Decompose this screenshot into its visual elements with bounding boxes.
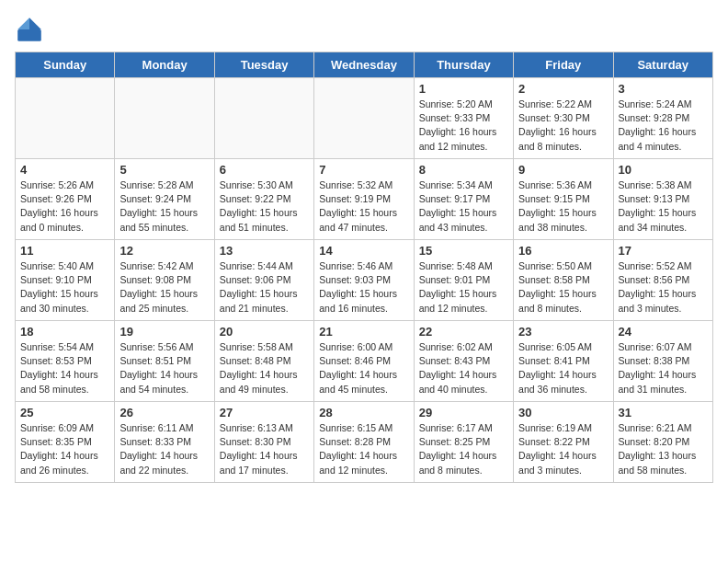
day-info: Sunrise: 5:46 AMSunset: 9:03 PMDaylight:…: [319, 259, 408, 316]
day-number: 29: [419, 406, 508, 419]
day-info: Sunrise: 6:17 AMSunset: 8:25 PMDaylight:…: [419, 421, 508, 477]
calendar-cell: 27Sunrise: 6:13 AMSunset: 8:30 PMDayligh…: [214, 402, 313, 483]
day-number: 20: [220, 325, 309, 339]
day-info: Sunrise: 5:36 AMSunset: 9:15 PMDaylight:…: [518, 178, 608, 235]
calendar-cell: 15Sunrise: 5:48 AMSunset: 9:01 PMDayligh…: [414, 240, 513, 321]
day-info: Sunrise: 5:22 AMSunset: 9:30 PMDaylight:…: [518, 98, 608, 154]
week-row-5: 25Sunrise: 6:09 AMSunset: 8:35 PMDayligh…: [16, 402, 713, 483]
day-info: Sunrise: 5:34 AMSunset: 9:17 PMDaylight:…: [419, 178, 508, 235]
logo: [15, 15, 48, 44]
calendar-cell: 26Sunrise: 6:11 AMSunset: 8:33 PMDayligh…: [115, 402, 214, 483]
day-info: Sunrise: 5:28 AMSunset: 9:24 PMDaylight:…: [119, 178, 209, 235]
day-info: Sunrise: 5:58 AMSunset: 8:48 PMDaylight:…: [220, 340, 309, 396]
day-info: Sunrise: 5:48 AMSunset: 9:01 PMDaylight:…: [419, 259, 508, 316]
day-number: 22: [419, 325, 508, 339]
day-number: 7: [319, 163, 408, 177]
calendar-cell: [16, 78, 115, 159]
calendar-cell: 28Sunrise: 6:15 AMSunset: 8:28 PMDayligh…: [314, 402, 414, 483]
day-number: 26: [119, 406, 209, 419]
day-number: 2: [518, 82, 608, 96]
calendar-cell: 7Sunrise: 5:32 AMSunset: 9:19 PMDaylight…: [314, 159, 414, 240]
calendar-cell: 30Sunrise: 6:19 AMSunset: 8:22 PMDayligh…: [514, 402, 613, 483]
day-number: 1: [419, 82, 508, 96]
day-number: 10: [619, 163, 708, 177]
day-number: 24: [619, 325, 708, 339]
calendar-cell: 16Sunrise: 5:50 AMSunset: 8:58 PMDayligh…: [514, 240, 613, 321]
calendar-cell: 2Sunrise: 5:22 AMSunset: 9:30 PMDaylight…: [514, 78, 613, 159]
day-number: 17: [619, 244, 708, 258]
calendar-cell: 10Sunrise: 5:38 AMSunset: 9:13 PMDayligh…: [613, 159, 712, 240]
col-header-thursday: Thursday: [414, 52, 513, 78]
calendar-cell: 21Sunrise: 6:00 AMSunset: 8:46 PMDayligh…: [314, 321, 414, 402]
col-header-sunday: Sunday: [16, 52, 115, 78]
day-info: Sunrise: 5:26 AMSunset: 9:26 PMDaylight:…: [20, 178, 109, 235]
calendar-cell: 29Sunrise: 6:17 AMSunset: 8:25 PMDayligh…: [414, 402, 513, 483]
day-number: 8: [419, 163, 508, 177]
day-info: Sunrise: 5:44 AMSunset: 9:06 PMDaylight:…: [220, 259, 309, 316]
week-row-2: 4Sunrise: 5:26 AMSunset: 9:26 PMDaylight…: [16, 159, 713, 240]
day-info: Sunrise: 6:00 AMSunset: 8:46 PMDaylight:…: [319, 340, 408, 396]
calendar-cell: 31Sunrise: 6:21 AMSunset: 8:20 PMDayligh…: [613, 402, 712, 483]
day-info: Sunrise: 6:07 AMSunset: 8:38 PMDaylight:…: [619, 340, 708, 396]
day-info: Sunrise: 6:02 AMSunset: 8:43 PMDaylight:…: [419, 340, 508, 396]
calendar-cell: 24Sunrise: 6:07 AMSunset: 8:38 PMDayligh…: [613, 321, 712, 402]
calendar-cell: 3Sunrise: 5:24 AMSunset: 9:28 PMDaylight…: [613, 78, 712, 159]
day-info: Sunrise: 5:20 AMSunset: 9:33 PMDaylight:…: [419, 98, 508, 154]
calendar-cell: 18Sunrise: 5:54 AMSunset: 8:53 PMDayligh…: [16, 321, 115, 402]
day-info: Sunrise: 5:32 AMSunset: 9:19 PMDaylight:…: [319, 178, 408, 235]
calendar-cell: [314, 78, 414, 159]
day-number: 5: [119, 163, 209, 177]
day-number: 23: [518, 325, 608, 339]
calendar-cell: 9Sunrise: 5:36 AMSunset: 9:15 PMDaylight…: [514, 159, 613, 240]
week-row-4: 18Sunrise: 5:54 AMSunset: 8:53 PMDayligh…: [16, 321, 713, 402]
day-number: 19: [119, 325, 209, 339]
svg-marker-1: [17, 17, 29, 29]
day-number: 16: [518, 244, 608, 258]
day-info: Sunrise: 6:19 AMSunset: 8:22 PMDaylight:…: [518, 421, 608, 477]
calendar-cell: 1Sunrise: 5:20 AMSunset: 9:33 PMDaylight…: [414, 78, 513, 159]
header: [15, 15, 713, 44]
day-info: Sunrise: 5:42 AMSunset: 9:08 PMDaylight:…: [119, 259, 209, 316]
day-info: Sunrise: 5:30 AMSunset: 9:22 PMDaylight:…: [220, 178, 309, 235]
calendar-cell: 20Sunrise: 5:58 AMSunset: 8:48 PMDayligh…: [214, 321, 313, 402]
calendar-cell: 23Sunrise: 6:05 AMSunset: 8:41 PMDayligh…: [514, 321, 613, 402]
day-number: 11: [20, 244, 109, 258]
day-info: Sunrise: 6:15 AMSunset: 8:28 PMDaylight:…: [319, 421, 408, 477]
calendar-cell: 5Sunrise: 5:28 AMSunset: 9:24 PMDaylight…: [115, 159, 214, 240]
day-info: Sunrise: 5:24 AMSunset: 9:28 PMDaylight:…: [619, 98, 708, 154]
calendar-cell: 14Sunrise: 5:46 AMSunset: 9:03 PMDayligh…: [314, 240, 414, 321]
calendar-body: 1Sunrise: 5:20 AMSunset: 9:33 PMDaylight…: [16, 78, 713, 483]
col-header-monday: Monday: [115, 52, 214, 78]
day-number: 31: [619, 406, 708, 419]
calendar-cell: [115, 78, 214, 159]
calendar-table: SundayMondayTuesdayWednesdayThursdayFrid…: [15, 52, 713, 483]
day-number: 15: [419, 244, 508, 258]
day-number: 30: [518, 406, 608, 419]
svg-marker-0: [29, 17, 41, 29]
day-number: 9: [518, 163, 608, 177]
day-info: Sunrise: 5:38 AMSunset: 9:13 PMDaylight:…: [619, 178, 708, 235]
day-info: Sunrise: 5:54 AMSunset: 8:53 PMDaylight:…: [20, 340, 109, 396]
day-number: 12: [119, 244, 209, 258]
day-info: Sunrise: 6:21 AMSunset: 8:20 PMDaylight:…: [619, 421, 708, 477]
day-info: Sunrise: 5:56 AMSunset: 8:51 PMDaylight:…: [119, 340, 209, 396]
calendar-cell: [214, 78, 313, 159]
day-info: Sunrise: 5:50 AMSunset: 8:58 PMDaylight:…: [518, 259, 608, 316]
col-header-friday: Friday: [514, 52, 613, 78]
day-number: 18: [20, 325, 109, 339]
day-number: 28: [319, 406, 408, 419]
day-info: Sunrise: 5:40 AMSunset: 9:10 PMDaylight:…: [20, 259, 109, 316]
week-row-1: 1Sunrise: 5:20 AMSunset: 9:33 PMDaylight…: [16, 78, 713, 159]
calendar-cell: 13Sunrise: 5:44 AMSunset: 9:06 PMDayligh…: [214, 240, 313, 321]
calendar-cell: 8Sunrise: 5:34 AMSunset: 9:17 PMDaylight…: [414, 159, 513, 240]
day-info: Sunrise: 6:13 AMSunset: 8:30 PMDaylight:…: [220, 421, 309, 477]
day-info: Sunrise: 6:11 AMSunset: 8:33 PMDaylight:…: [119, 421, 209, 477]
day-number: 14: [319, 244, 408, 258]
calendar-cell: 17Sunrise: 5:52 AMSunset: 8:56 PMDayligh…: [613, 240, 712, 321]
col-header-tuesday: Tuesday: [214, 52, 313, 78]
col-header-saturday: Saturday: [613, 52, 712, 78]
day-number: 4: [20, 163, 109, 177]
calendar-cell: 12Sunrise: 5:42 AMSunset: 9:08 PMDayligh…: [115, 240, 214, 321]
day-number: 3: [619, 82, 708, 96]
logo-icon: [15, 15, 44, 44]
